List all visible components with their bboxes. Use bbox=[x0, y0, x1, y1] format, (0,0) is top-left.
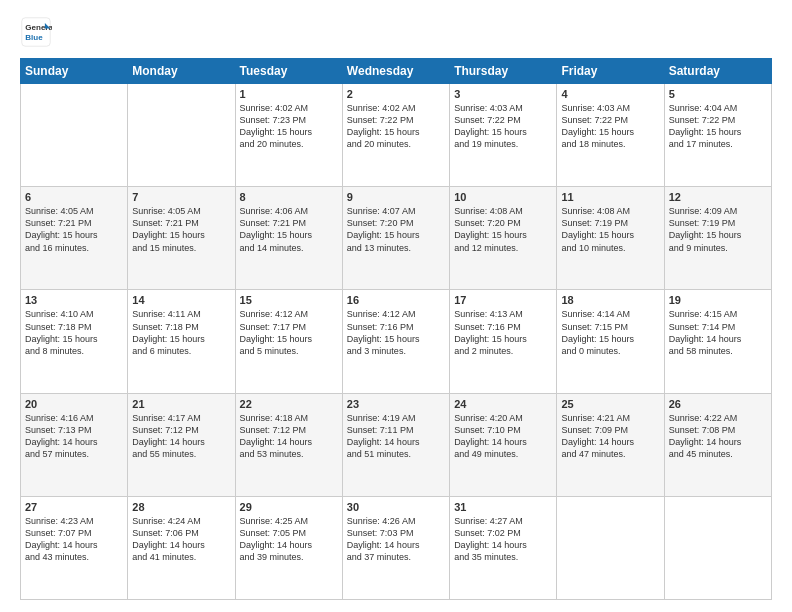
day-info: Sunrise: 4:24 AM Sunset: 7:06 PM Dayligh… bbox=[132, 515, 230, 564]
day-info: Sunrise: 4:08 AM Sunset: 7:20 PM Dayligh… bbox=[454, 205, 552, 254]
day-number: 17 bbox=[454, 294, 552, 306]
day-number: 2 bbox=[347, 88, 445, 100]
day-info: Sunrise: 4:25 AM Sunset: 7:05 PM Dayligh… bbox=[240, 515, 338, 564]
day-info: Sunrise: 4:02 AM Sunset: 7:23 PM Dayligh… bbox=[240, 102, 338, 151]
day-cell-10: 10Sunrise: 4:08 AM Sunset: 7:20 PM Dayli… bbox=[450, 187, 557, 290]
day-number: 26 bbox=[669, 398, 767, 410]
day-info: Sunrise: 4:19 AM Sunset: 7:11 PM Dayligh… bbox=[347, 412, 445, 461]
day-cell-18: 18Sunrise: 4:14 AM Sunset: 7:15 PM Dayli… bbox=[557, 290, 664, 393]
day-number: 30 bbox=[347, 501, 445, 513]
week-row-2: 13Sunrise: 4:10 AM Sunset: 7:18 PM Dayli… bbox=[21, 290, 772, 393]
day-info: Sunrise: 4:12 AM Sunset: 7:16 PM Dayligh… bbox=[347, 308, 445, 357]
day-number: 24 bbox=[454, 398, 552, 410]
day-number: 28 bbox=[132, 501, 230, 513]
header: General Blue bbox=[20, 16, 772, 48]
weekday-header-friday: Friday bbox=[557, 59, 664, 84]
day-info: Sunrise: 4:03 AM Sunset: 7:22 PM Dayligh… bbox=[454, 102, 552, 151]
day-number: 21 bbox=[132, 398, 230, 410]
day-info: Sunrise: 4:21 AM Sunset: 7:09 PM Dayligh… bbox=[561, 412, 659, 461]
day-cell-empty bbox=[557, 496, 664, 599]
day-info: Sunrise: 4:05 AM Sunset: 7:21 PM Dayligh… bbox=[25, 205, 123, 254]
day-cell-11: 11Sunrise: 4:08 AM Sunset: 7:19 PM Dayli… bbox=[557, 187, 664, 290]
weekday-header-monday: Monday bbox=[128, 59, 235, 84]
day-number: 12 bbox=[669, 191, 767, 203]
day-cell-9: 9Sunrise: 4:07 AM Sunset: 7:20 PM Daylig… bbox=[342, 187, 449, 290]
day-info: Sunrise: 4:02 AM Sunset: 7:22 PM Dayligh… bbox=[347, 102, 445, 151]
day-cell-21: 21Sunrise: 4:17 AM Sunset: 7:12 PM Dayli… bbox=[128, 393, 235, 496]
day-info: Sunrise: 4:05 AM Sunset: 7:21 PM Dayligh… bbox=[132, 205, 230, 254]
day-cell-4: 4Sunrise: 4:03 AM Sunset: 7:22 PM Daylig… bbox=[557, 84, 664, 187]
day-number: 18 bbox=[561, 294, 659, 306]
day-number: 29 bbox=[240, 501, 338, 513]
day-number: 1 bbox=[240, 88, 338, 100]
day-cell-16: 16Sunrise: 4:12 AM Sunset: 7:16 PM Dayli… bbox=[342, 290, 449, 393]
day-info: Sunrise: 4:08 AM Sunset: 7:19 PM Dayligh… bbox=[561, 205, 659, 254]
week-row-3: 20Sunrise: 4:16 AM Sunset: 7:13 PM Dayli… bbox=[21, 393, 772, 496]
day-cell-3: 3Sunrise: 4:03 AM Sunset: 7:22 PM Daylig… bbox=[450, 84, 557, 187]
day-info: Sunrise: 4:23 AM Sunset: 7:07 PM Dayligh… bbox=[25, 515, 123, 564]
day-info: Sunrise: 4:03 AM Sunset: 7:22 PM Dayligh… bbox=[561, 102, 659, 151]
day-info: Sunrise: 4:20 AM Sunset: 7:10 PM Dayligh… bbox=[454, 412, 552, 461]
day-cell-27: 27Sunrise: 4:23 AM Sunset: 7:07 PM Dayli… bbox=[21, 496, 128, 599]
day-info: Sunrise: 4:04 AM Sunset: 7:22 PM Dayligh… bbox=[669, 102, 767, 151]
day-number: 13 bbox=[25, 294, 123, 306]
day-info: Sunrise: 4:18 AM Sunset: 7:12 PM Dayligh… bbox=[240, 412, 338, 461]
day-info: Sunrise: 4:06 AM Sunset: 7:21 PM Dayligh… bbox=[240, 205, 338, 254]
page: General Blue SundayMondayTuesdayWednesda… bbox=[0, 0, 792, 612]
day-cell-17: 17Sunrise: 4:13 AM Sunset: 7:16 PM Dayli… bbox=[450, 290, 557, 393]
day-cell-empty bbox=[664, 496, 771, 599]
day-number: 16 bbox=[347, 294, 445, 306]
day-number: 19 bbox=[669, 294, 767, 306]
day-info: Sunrise: 4:13 AM Sunset: 7:16 PM Dayligh… bbox=[454, 308, 552, 357]
day-info: Sunrise: 4:16 AM Sunset: 7:13 PM Dayligh… bbox=[25, 412, 123, 461]
day-number: 7 bbox=[132, 191, 230, 203]
day-cell-empty bbox=[128, 84, 235, 187]
day-cell-6: 6Sunrise: 4:05 AM Sunset: 7:21 PM Daylig… bbox=[21, 187, 128, 290]
day-info: Sunrise: 4:22 AM Sunset: 7:08 PM Dayligh… bbox=[669, 412, 767, 461]
day-info: Sunrise: 4:07 AM Sunset: 7:20 PM Dayligh… bbox=[347, 205, 445, 254]
day-number: 5 bbox=[669, 88, 767, 100]
week-row-4: 27Sunrise: 4:23 AM Sunset: 7:07 PM Dayli… bbox=[21, 496, 772, 599]
week-row-1: 6Sunrise: 4:05 AM Sunset: 7:21 PM Daylig… bbox=[21, 187, 772, 290]
day-cell-15: 15Sunrise: 4:12 AM Sunset: 7:17 PM Dayli… bbox=[235, 290, 342, 393]
day-info: Sunrise: 4:09 AM Sunset: 7:19 PM Dayligh… bbox=[669, 205, 767, 254]
day-info: Sunrise: 4:12 AM Sunset: 7:17 PM Dayligh… bbox=[240, 308, 338, 357]
day-cell-19: 19Sunrise: 4:15 AM Sunset: 7:14 PM Dayli… bbox=[664, 290, 771, 393]
weekday-header-thursday: Thursday bbox=[450, 59, 557, 84]
day-cell-23: 23Sunrise: 4:19 AM Sunset: 7:11 PM Dayli… bbox=[342, 393, 449, 496]
day-number: 9 bbox=[347, 191, 445, 203]
weekday-header-sunday: Sunday bbox=[21, 59, 128, 84]
day-cell-14: 14Sunrise: 4:11 AM Sunset: 7:18 PM Dayli… bbox=[128, 290, 235, 393]
day-number: 10 bbox=[454, 191, 552, 203]
day-number: 3 bbox=[454, 88, 552, 100]
day-number: 20 bbox=[25, 398, 123, 410]
day-cell-1: 1Sunrise: 4:02 AM Sunset: 7:23 PM Daylig… bbox=[235, 84, 342, 187]
day-cell-2: 2Sunrise: 4:02 AM Sunset: 7:22 PM Daylig… bbox=[342, 84, 449, 187]
day-number: 4 bbox=[561, 88, 659, 100]
day-cell-25: 25Sunrise: 4:21 AM Sunset: 7:09 PM Dayli… bbox=[557, 393, 664, 496]
day-cell-22: 22Sunrise: 4:18 AM Sunset: 7:12 PM Dayli… bbox=[235, 393, 342, 496]
svg-text:Blue: Blue bbox=[25, 33, 43, 42]
day-info: Sunrise: 4:17 AM Sunset: 7:12 PM Dayligh… bbox=[132, 412, 230, 461]
day-cell-28: 28Sunrise: 4:24 AM Sunset: 7:06 PM Dayli… bbox=[128, 496, 235, 599]
calendar: SundayMondayTuesdayWednesdayThursdayFrid… bbox=[20, 58, 772, 600]
day-cell-empty bbox=[21, 84, 128, 187]
day-number: 27 bbox=[25, 501, 123, 513]
day-info: Sunrise: 4:27 AM Sunset: 7:02 PM Dayligh… bbox=[454, 515, 552, 564]
day-number: 6 bbox=[25, 191, 123, 203]
day-info: Sunrise: 4:26 AM Sunset: 7:03 PM Dayligh… bbox=[347, 515, 445, 564]
day-cell-13: 13Sunrise: 4:10 AM Sunset: 7:18 PM Dayli… bbox=[21, 290, 128, 393]
day-number: 15 bbox=[240, 294, 338, 306]
logo: General Blue bbox=[20, 16, 56, 48]
logo-icon: General Blue bbox=[20, 16, 52, 48]
day-info: Sunrise: 4:15 AM Sunset: 7:14 PM Dayligh… bbox=[669, 308, 767, 357]
day-cell-26: 26Sunrise: 4:22 AM Sunset: 7:08 PM Dayli… bbox=[664, 393, 771, 496]
day-cell-5: 5Sunrise: 4:04 AM Sunset: 7:22 PM Daylig… bbox=[664, 84, 771, 187]
day-cell-8: 8Sunrise: 4:06 AM Sunset: 7:21 PM Daylig… bbox=[235, 187, 342, 290]
weekday-header-wednesday: Wednesday bbox=[342, 59, 449, 84]
day-number: 31 bbox=[454, 501, 552, 513]
day-number: 25 bbox=[561, 398, 659, 410]
day-cell-30: 30Sunrise: 4:26 AM Sunset: 7:03 PM Dayli… bbox=[342, 496, 449, 599]
day-number: 14 bbox=[132, 294, 230, 306]
day-cell-29: 29Sunrise: 4:25 AM Sunset: 7:05 PM Dayli… bbox=[235, 496, 342, 599]
